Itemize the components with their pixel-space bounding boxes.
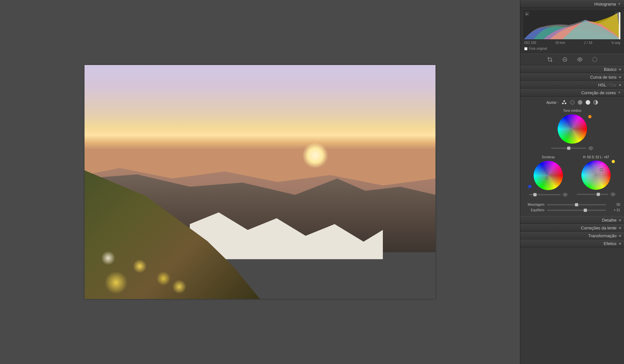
adjust-global-icon[interactable] <box>593 100 598 105</box>
highlights-hsl-readout: H: 50 S: 52 L: +67 <box>572 155 620 159</box>
svg-point-10 <box>612 194 614 195</box>
balance-value: + 31 <box>609 208 620 212</box>
blending-slider[interactable] <box>547 204 606 205</box>
tool-strip <box>520 54 624 65</box>
expand-icon: ◀ <box>618 68 621 71</box>
radial-filter-tool-icon[interactable] <box>592 57 598 62</box>
original-photo-checkbox[interactable]: Foto original <box>524 46 621 52</box>
expand-icon: ◀ <box>618 75 621 79</box>
blending-label: Mesclagem <box>524 203 544 206</box>
photo-preview[interactable] <box>84 65 436 299</box>
midtones-luminance-slider[interactable] <box>551 148 586 149</box>
panel-header-hsl-color[interactable]: HSL / Cor◀ <box>520 81 624 89</box>
highlights-selector[interactable] <box>600 168 603 171</box>
expand-icon: ◀ <box>618 226 621 229</box>
blending-row: Mesclagem 50 <box>524 202 620 207</box>
crop-tool-icon[interactable] <box>547 57 553 62</box>
original-photo-label: Foto original <box>529 47 547 50</box>
highlights-preview-icon[interactable] <box>610 192 616 197</box>
adjust-shadows-icon[interactable] <box>570 100 575 105</box>
panel-header-basic[interactable]: Básico◀ <box>520 65 624 73</box>
histogram-graph[interactable]: ▲ ▲ <box>524 10 621 40</box>
balance-row: Equilíbrio + 31 <box>524 207 620 213</box>
expand-icon: ◀ <box>618 242 621 245</box>
slider-handle[interactable] <box>567 147 570 150</box>
slider-handle[interactable] <box>575 203 578 206</box>
panel-header-lens-corrections[interactable]: Correções da lente◀ <box>520 224 624 232</box>
balance-label: Equilíbrio <box>524 208 544 212</box>
midtones-label: Tons médios <box>524 109 620 112</box>
adjust-three-way-icon[interactable] <box>562 100 567 105</box>
panel-header-histogram[interactable]: Histograma ▼ <box>520 0 624 8</box>
shadows-selector[interactable] <box>545 176 549 179</box>
midtones-selector[interactable] <box>570 127 573 131</box>
panel-header-detail[interactable]: Detalhe◀ <box>520 216 624 224</box>
midtones-color-wheel[interactable] <box>558 114 587 144</box>
shadows-luminance-slider[interactable] <box>529 194 561 195</box>
panel-title: Transformação <box>588 233 617 238</box>
color-label: Cor <box>610 83 617 87</box>
slider-handle[interactable] <box>584 209 587 212</box>
panel-header-color-grading[interactable]: Correção de cores▼ <box>520 89 624 97</box>
exif-focal: 19 mm <box>555 41 565 45</box>
shadows-preview-icon[interactable] <box>563 192 568 197</box>
shadows-color-wheel[interactable] <box>534 161 563 190</box>
panel-title: Básico <box>604 67 617 72</box>
collapse-icon: ▼ <box>618 91 621 94</box>
shadows-hue-indicator[interactable] <box>528 185 531 188</box>
canvas-area <box>0 0 520 364</box>
exif-info-row: ISO 100 19 mm ƒ / 18 ⅛ seg <box>524 40 621 46</box>
svg-point-2 <box>579 59 580 60</box>
highlights-color-wheel[interactable] <box>581 161 611 190</box>
midtones-hue-indicator[interactable] <box>588 115 592 118</box>
panel-title: Efeitos <box>604 241 617 246</box>
panel-header-tone-curve[interactable]: Curva de tons◀ <box>520 73 624 81</box>
exif-shutter: ⅛ seg <box>611 41 620 45</box>
hsl-sep: / <box>606 83 610 87</box>
exif-iso: ISO 100 <box>524 41 536 45</box>
svg-rect-0 <box>619 12 620 39</box>
panel-title: Curva de tons <box>590 75 617 80</box>
redeye-tool-icon[interactable] <box>577 57 583 62</box>
panel-header-effects[interactable]: Efeitos◀ <box>520 240 624 247</box>
svg-point-3 <box>592 57 597 62</box>
svg-point-5 <box>562 103 564 104</box>
shadows-block: Sombras <box>524 155 572 197</box>
color-grading-body: Ajustar : Tons médios Sombras <box>520 97 624 216</box>
shadows-label: Sombras <box>524 155 572 159</box>
highlights-hue-indicator[interactable] <box>612 160 615 163</box>
slider-handle[interactable] <box>597 193 600 196</box>
adjust-highlights-icon[interactable] <box>586 100 590 105</box>
collapse-icon: ▼ <box>618 2 621 6</box>
panel-header-transform[interactable]: Transformação◀ <box>520 232 624 240</box>
exif-aperture: ƒ / 18 <box>584 41 592 45</box>
panel-title: Detalhe <box>602 218 617 223</box>
expand-icon: ◀ <box>618 234 621 237</box>
blending-value: 50 <box>609 203 620 206</box>
balance-slider[interactable] <box>547 210 606 211</box>
adjust-midtones-icon[interactable] <box>578 100 582 105</box>
panel-title: Correção de cores <box>581 90 616 95</box>
midtones-wheel-wrap <box>551 114 593 151</box>
expand-icon: ◀ <box>618 83 621 86</box>
hsl-label: HSL <box>598 83 606 87</box>
svg-point-6 <box>565 103 566 104</box>
svg-point-9 <box>565 194 566 195</box>
original-photo-input[interactable] <box>524 47 527 50</box>
histogram-section: ▲ ▲ ISO 100 19 mm ƒ / 18 ⅛ seg Foto orig… <box>520 8 624 54</box>
midtones-preview-icon[interactable] <box>588 146 593 151</box>
adjust-selector-row: Ajustar : <box>524 100 620 105</box>
svg-point-4 <box>563 100 565 102</box>
svg-point-8 <box>590 148 592 149</box>
right-panel: Histograma ▼ ▲ ▲ ISO 100 19 mm ƒ / 18 ⅛ … <box>520 0 624 364</box>
spot-removal-tool-icon[interactable] <box>562 57 568 62</box>
slider-handle[interactable] <box>533 193 537 196</box>
highlights-block: H: 50 S: 52 L: +67 <box>572 155 620 197</box>
highlights-luminance-slider[interactable] <box>577 194 608 195</box>
panel-title: Correções da lente <box>581 226 617 230</box>
expand-icon: ◀ <box>618 218 621 222</box>
panel-title: Histograma <box>594 2 616 6</box>
adjust-label: Ajustar : <box>546 101 558 104</box>
